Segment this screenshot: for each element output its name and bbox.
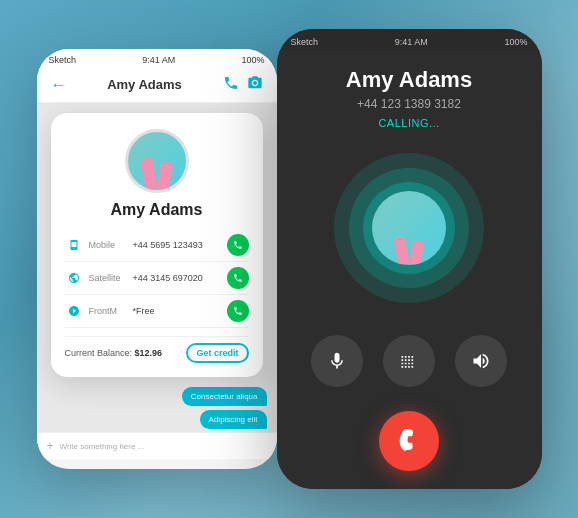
frontm-icon <box>65 302 83 320</box>
caller-name: Amy Adams <box>346 67 472 93</box>
keypad-button[interactable] <box>383 335 435 387</box>
call-frontm-btn[interactable] <box>227 300 249 322</box>
contact-popup: Amy Adams Mobile +44 5695 123493 <box>51 113 263 377</box>
topbar-title: Amy Adams <box>107 77 182 92</box>
balance-row: Current Balance: $12.96 Get credit <box>65 336 249 363</box>
call-mobile-btn[interactable] <box>227 234 249 256</box>
brand-right: Sketch <box>291 37 319 47</box>
balance-label: Current Balance: $12.96 <box>65 348 163 358</box>
calling-screen: Amy Adams +44 123 1389 3182 CALLING... <box>277 51 542 489</box>
topbar-left: ← Amy Adams <box>37 69 277 103</box>
call-satellite-btn[interactable] <box>227 267 249 289</box>
phone-right: Sketch 9:41 AM 100% Amy Adams +44 123 13… <box>277 29 542 489</box>
caller-figure <box>391 221 427 265</box>
chat-bg: Amy Adams Mobile +44 5695 123493 <box>37 103 277 459</box>
back-arrow-icon[interactable]: ← <box>51 76 67 94</box>
brand-left: Sketch <box>49 55 77 65</box>
chat-input-bar: + Write something here ... <box>37 432 277 459</box>
battery-right: 100% <box>504 37 527 47</box>
time-right: 9:41 AM <box>395 37 428 47</box>
popup-contact-name: Amy Adams <box>65 201 249 219</box>
get-credit-button[interactable]: Get credit <box>186 343 248 363</box>
call-controls <box>311 335 507 387</box>
calling-ring-animation <box>334 153 484 303</box>
time-left: 9:41 AM <box>142 55 175 65</box>
avatar-figure <box>137 142 177 190</box>
popup-avatar <box>125 129 189 193</box>
end-call-button[interactable] <box>379 411 439 471</box>
svg-point-0 <box>253 81 257 85</box>
calling-status: CALLING... <box>378 117 439 129</box>
popup-avatar-wrap <box>65 129 249 193</box>
chat-input[interactable]: Write something here ... <box>60 442 267 451</box>
camera-icon[interactable] <box>247 75 263 94</box>
satellite-label: Satellite <box>89 273 127 283</box>
status-bar-left: Sketch 9:41 AM 100% <box>37 49 277 69</box>
phone-left: Sketch 9:41 AM 100% ← Amy Adams <box>37 49 277 469</box>
contact-row-mobile: Mobile +44 5695 123493 <box>65 229 249 262</box>
message-2: Adipiscing elit <box>200 410 267 429</box>
mobile-label: Mobile <box>89 240 127 250</box>
contact-row-satellite: Satellite +44 3145 697020 <box>65 262 249 295</box>
phones-container: Sketch 9:41 AM 100% ← Amy Adams <box>37 29 542 489</box>
caller-avatar <box>372 191 446 265</box>
satellite-number: +44 3145 697020 <box>133 273 221 283</box>
balance-amount: $12.96 <box>135 348 163 358</box>
battery-left: 100% <box>241 55 264 65</box>
topbar-icons <box>223 75 263 94</box>
mobile-number: +44 5695 123493 <box>133 240 221 250</box>
frontm-label: FrontM <box>89 306 127 316</box>
attach-icon[interactable]: + <box>47 439 54 453</box>
message-1: Consectetur aliqua <box>182 387 267 406</box>
mute-button[interactable] <box>311 335 363 387</box>
mobile-icon <box>65 236 83 254</box>
phone-icon[interactable] <box>223 75 239 94</box>
frontm-value: *Free <box>133 306 221 316</box>
chat-messages: Consectetur aliqua Adipiscing elit <box>37 387 277 429</box>
caller-number: +44 123 1389 3182 <box>357 97 461 111</box>
satellite-icon <box>65 269 83 287</box>
speaker-button[interactable] <box>455 335 507 387</box>
contact-row-frontm: FrontM *Free <box>65 295 249 328</box>
status-bar-right: Sketch 9:41 AM 100% <box>277 29 542 51</box>
